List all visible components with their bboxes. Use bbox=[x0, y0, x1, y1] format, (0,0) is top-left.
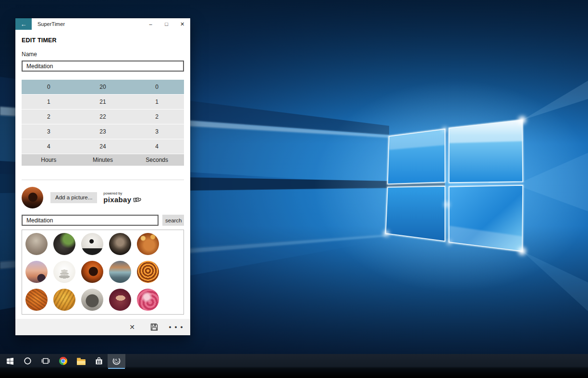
chrome-icon bbox=[59, 357, 67, 365]
minutes-header: Minutes bbox=[76, 154, 130, 166]
hours-header: Hours bbox=[22, 154, 76, 166]
more-button[interactable]: ● ● ● bbox=[165, 319, 187, 335]
seconds-option[interactable]: 3 bbox=[130, 124, 184, 139]
taskbar bbox=[0, 354, 588, 378]
name-input[interactable]: Meditation bbox=[22, 61, 184, 72]
cancel-button[interactable]: ✕ bbox=[121, 319, 143, 335]
thumb-psychedelic-buddha[interactable] bbox=[137, 261, 159, 283]
selected-picture-thumbnail[interactable] bbox=[22, 187, 43, 208]
thumb-pink-petals[interactable] bbox=[137, 289, 159, 311]
hours-option[interactable]: 3 bbox=[22, 124, 76, 139]
thumb-gorilla[interactable] bbox=[81, 289, 103, 311]
name-input-value: Meditation bbox=[26, 63, 53, 70]
seconds-option[interactable]: 1 bbox=[130, 95, 184, 109]
pixabay-logo-text: pixabay bbox=[103, 196, 131, 203]
hours-option[interactable]: 4 bbox=[22, 139, 76, 154]
thumb-candle-silhouette[interactable] bbox=[81, 233, 103, 255]
cortana-circle-icon bbox=[24, 357, 32, 365]
supertimer-taskbar-button[interactable] bbox=[108, 354, 125, 368]
thumb-lake-at-dusk[interactable] bbox=[109, 261, 131, 283]
powered-by-label: powered by bbox=[103, 192, 141, 195]
store-icon bbox=[95, 357, 103, 365]
file-explorer-icon bbox=[77, 359, 86, 365]
thumb-orange-meditation[interactable] bbox=[81, 261, 103, 283]
thumb-monks-in-yellow[interactable] bbox=[53, 289, 75, 311]
command-bar: ✕ ● ● ● bbox=[15, 319, 190, 335]
picker-row[interactable]: 2 22 2 bbox=[22, 110, 184, 124]
thumb-sunset-meditation[interactable] bbox=[25, 261, 48, 283]
picker-row[interactable]: 4 24 4 bbox=[22, 139, 184, 154]
chrome-taskbar-button[interactable] bbox=[54, 354, 72, 368]
task-view-icon bbox=[41, 357, 50, 365]
task-view-button[interactable] bbox=[37, 354, 54, 368]
seconds-option[interactable]: 2 bbox=[130, 110, 184, 124]
picker-row[interactable]: 1 21 1 bbox=[22, 95, 184, 109]
maximize-button[interactable]: □ bbox=[159, 18, 174, 30]
pane-bottom-left bbox=[386, 186, 445, 241]
windows-start-icon bbox=[6, 357, 14, 365]
thumb-golden-buddha-bokeh[interactable] bbox=[137, 233, 159, 255]
window-title: SuperTimer bbox=[37, 21, 143, 27]
save-icon bbox=[150, 323, 158, 331]
thumb-buddha-face-leaf[interactable] bbox=[53, 233, 75, 255]
name-label: Name bbox=[22, 51, 184, 58]
picture-search: Meditation search bbox=[22, 215, 184, 226]
page-title: EDIT TIMER bbox=[22, 37, 184, 44]
minutes-option[interactable]: 24 bbox=[76, 139, 130, 154]
search-input[interactable]: Meditation bbox=[22, 215, 159, 226]
picker-header: Hours Minutes Seconds bbox=[22, 154, 184, 166]
minutes-option[interactable]: 23 bbox=[76, 124, 130, 139]
search-button[interactable]: search bbox=[162, 215, 184, 226]
thumb-hands-on-robe[interactable] bbox=[109, 289, 131, 311]
picker-row[interactable]: 3 23 3 bbox=[22, 124, 184, 139]
back-button[interactable]: ← bbox=[15, 18, 32, 30]
start-button[interactable] bbox=[1, 354, 19, 368]
thumb-dark-buddha-statue[interactable] bbox=[109, 233, 131, 255]
supertimer-icon bbox=[112, 356, 121, 366]
section-divider bbox=[22, 180, 184, 180]
minutes-option[interactable]: 22 bbox=[76, 110, 130, 124]
minimize-button[interactable]: – bbox=[143, 18, 159, 30]
camera-icon bbox=[133, 196, 141, 203]
cancel-icon: ✕ bbox=[129, 323, 135, 331]
titlebar: ← SuperTimer – □ ✕ bbox=[15, 18, 190, 30]
back-icon: ← bbox=[21, 21, 27, 28]
thumb-zen-stones[interactable] bbox=[53, 261, 75, 283]
hours-option[interactable]: 2 bbox=[22, 110, 76, 124]
seconds-header: Seconds bbox=[130, 154, 184, 166]
supertimer-window: ← SuperTimer – □ ✕ EDIT TIMER Name Medit… bbox=[15, 18, 190, 335]
maximize-icon: □ bbox=[165, 21, 168, 27]
duration-picker: 0 20 0 1 21 1 2 22 2 3 23 3 4 24 bbox=[22, 80, 184, 166]
search-taskbar-button[interactable] bbox=[19, 354, 37, 368]
minutes-option[interactable]: 21 bbox=[76, 95, 130, 109]
edit-timer-page: EDIT TIMER Name Meditation 0 20 0 1 21 1… bbox=[15, 30, 190, 319]
add-picture-button[interactable]: Add a picture... bbox=[50, 192, 97, 203]
hours-option[interactable]: 1 bbox=[22, 95, 76, 109]
thumb-monks-in-orange[interactable] bbox=[25, 289, 48, 311]
picture-results-grid bbox=[22, 230, 184, 315]
picker-row-selected[interactable]: 0 20 0 bbox=[22, 80, 184, 94]
thumb-stone-buddha-statue[interactable] bbox=[25, 233, 48, 255]
close-icon: ✕ bbox=[180, 21, 184, 27]
seconds-value[interactable]: 0 bbox=[130, 80, 184, 94]
search-input-value: Meditation bbox=[26, 217, 53, 224]
close-button[interactable]: ✕ bbox=[174, 18, 190, 30]
picture-section: Add a picture... powered by pixabay bbox=[22, 186, 184, 208]
file-explorer-button[interactable] bbox=[72, 354, 90, 368]
minimize-icon: – bbox=[149, 21, 152, 27]
save-button[interactable] bbox=[143, 319, 165, 335]
store-button[interactable] bbox=[90, 354, 108, 368]
more-icon: ● ● ● bbox=[169, 325, 184, 329]
hours-value[interactable]: 0 bbox=[22, 80, 76, 94]
minutes-value[interactable]: 20 bbox=[76, 80, 130, 94]
seconds-option[interactable]: 4 bbox=[130, 139, 184, 154]
pixabay-attribution: powered by pixabay bbox=[103, 192, 141, 203]
